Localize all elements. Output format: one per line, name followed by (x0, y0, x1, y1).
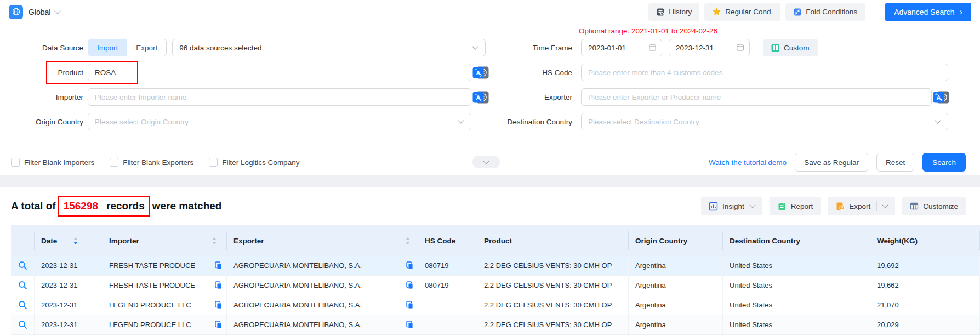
translate-icon[interactable]: A (472, 92, 484, 103)
chevron-right-icon: › (960, 8, 962, 16)
sort-desc-icon[interactable] (406, 242, 410, 244)
advanced-search-button[interactable]: Advanced Search › (885, 3, 971, 21)
chevron-down-icon[interactable] (55, 8, 61, 14)
table-row[interactable]: 2023-12-31 FRESH TASTE PRODUCE AGROPECUA… (11, 256, 980, 276)
custom-range-button[interactable]: Custom (763, 39, 818, 56)
cell-exporter[interactable]: AGROPECUARIA MONTELIBANO, S.A. (227, 315, 418, 334)
origin-country-select[interactable]: Please select Origin Country (88, 113, 471, 130)
product-input[interactable] (88, 64, 471, 81)
row-detail-search-icon[interactable] (18, 281, 27, 290)
calendar-icon[interactable] (648, 43, 657, 52)
row-detail-search-icon[interactable] (18, 261, 27, 270)
cell-hs-code: 080719 (418, 276, 477, 295)
exporter-name[interactable]: AGROPECUARIA MONTELIBANO, S.A. (233, 321, 362, 329)
cell-importer[interactable]: LEGEND PRODUCE LLC (102, 315, 227, 334)
sort-asc-icon[interactable] (212, 237, 216, 240)
sort-icons-exporter[interactable] (406, 237, 410, 244)
time-frame-label: Time Frame (488, 44, 581, 52)
hs-code-label: HS Code (488, 69, 581, 77)
data-sources-select[interactable]: 96 data sources selected (172, 39, 486, 56)
sort-asc-icon[interactable] (73, 237, 78, 240)
cell-origin: Argentina (629, 256, 723, 275)
sort-desc-icon[interactable] (73, 242, 78, 244)
importer-name[interactable]: LEGEND PRODUCE LLC (109, 321, 191, 329)
app-logo[interactable] (9, 5, 23, 19)
checkbox-icon[interactable] (11, 158, 20, 167)
chevron-down-icon[interactable] (882, 202, 888, 208)
cell-exporter[interactable]: AGROPECUARIA MONTELIBANO, S.A. (227, 295, 418, 315)
hs-code-input[interactable] (581, 64, 948, 81)
custom-grid-icon (771, 44, 779, 52)
cell-exporter[interactable]: AGROPECUARIA MONTELIBANO, S.A. (227, 276, 418, 295)
row-detail-search-icon[interactable] (18, 300, 27, 310)
sort-desc-icon[interactable] (212, 242, 216, 244)
importer-name[interactable]: FRESH TASTE PRODUCE (109, 261, 195, 270)
cell-importer[interactable]: FRESH TASTE PRODUCE (102, 256, 227, 275)
cell-weight: 20,029 (870, 315, 980, 334)
tutorial-demo-link[interactable]: Watch the tutorial demo (709, 158, 787, 167)
copy-icon[interactable] (406, 261, 413, 270)
copy-icon[interactable] (406, 321, 413, 329)
exporter-name[interactable]: AGROPECUARIA MONTELIBANO, S.A. (233, 301, 362, 309)
button-divider (876, 201, 877, 211)
copy-icon[interactable] (215, 321, 222, 329)
customize-button[interactable]: Customize (902, 197, 966, 215)
fold-conditions-button[interactable]: Fold Conditions (785, 3, 865, 21)
table-row[interactable]: 2023-12-31 LEGEND PRODUCE LLC AGROPECUAR… (11, 295, 980, 315)
table-row[interactable]: 2023-12-31 LEGEND PRODUCE LLC AGROPECUAR… (11, 315, 980, 335)
exporter-input[interactable] (581, 88, 932, 106)
copy-icon[interactable] (215, 281, 222, 289)
checkbox-icon[interactable] (209, 158, 218, 167)
collapse-conditions-button[interactable] (472, 156, 500, 168)
cell-weight: 19,662 (870, 276, 980, 295)
region-selector-label[interactable]: Global (29, 8, 50, 16)
export-button[interactable]: Export (828, 197, 895, 215)
filter-logistics-company-checkbox[interactable]: Filter Logitics Company (209, 158, 299, 167)
sort-asc-icon[interactable] (406, 237, 410, 240)
header-product: Product (477, 231, 629, 250)
chevron-down-icon (935, 117, 941, 123)
importer-input[interactable] (88, 88, 471, 106)
chevron-down-icon (458, 117, 464, 123)
checkbox-icon[interactable] (110, 158, 118, 167)
copy-icon[interactable] (215, 261, 222, 270)
row-detail-search-icon[interactable] (18, 320, 27, 329)
report-icon (777, 202, 787, 211)
header-exporter[interactable]: Exporter (227, 231, 418, 250)
copy-icon[interactable] (406, 281, 413, 289)
table-row[interactable]: 2023-12-31 FRESH TASTE PRODUCE AGROPECUA… (11, 276, 980, 295)
sort-icons-importer[interactable] (212, 237, 216, 244)
save-as-regular-button[interactable]: Save as Regular (795, 153, 868, 172)
insight-button[interactable]: Insight (701, 197, 762, 215)
header-date[interactable]: Date (35, 231, 102, 250)
cell-importer[interactable]: LEGEND PRODUCE LLC (102, 295, 227, 315)
header-importer[interactable]: Importer (102, 231, 227, 250)
copy-icon[interactable] (215, 301, 222, 309)
cell-hs-code: 080719 (418, 256, 477, 275)
report-button[interactable]: Report (770, 197, 821, 215)
destination-country-select[interactable]: Please select Destination Country (581, 113, 948, 130)
cell-importer[interactable]: FRESH TASTE PRODUCE (102, 276, 227, 295)
export-tab[interactable]: Export (127, 39, 166, 56)
cell-date: 2023-12-31 (35, 276, 102, 295)
regular-conditions-button[interactable]: Regular Cond. (704, 3, 780, 21)
search-button[interactable]: Search (922, 153, 966, 172)
importer-name[interactable]: LEGEND PRODUCE LLC (109, 301, 191, 309)
insight-icon (709, 202, 718, 211)
history-button[interactable]: History (648, 3, 699, 21)
exporter-name[interactable]: AGROPECUARIA MONTELIBANO, S.A. (233, 261, 362, 270)
cell-exporter[interactable]: AGROPECUARIA MONTELIBANO, S.A. (227, 256, 418, 275)
calendar-icon[interactable] (736, 43, 744, 52)
filter-logistics-company-label: Filter Logitics Company (222, 158, 299, 167)
exporter-name[interactable]: AGROPECUARIA MONTELIBANO, S.A. (233, 281, 362, 289)
translate-icon[interactable]: A (472, 67, 484, 78)
importer-name[interactable]: FRESH TASTE PRODUCE (109, 281, 195, 289)
translate-icon[interactable]: A (933, 92, 944, 103)
copy-icon[interactable] (406, 301, 413, 309)
sort-icons-date[interactable] (73, 237, 78, 244)
filter-blank-exporters-checkbox[interactable]: Filter Blank Exporters (110, 158, 193, 167)
import-tab[interactable]: Import (88, 39, 127, 56)
reset-button[interactable]: Reset (876, 153, 914, 172)
cell-product: 2.2 DEG CELSIUS VENTS: 30 CMH OP (477, 295, 629, 315)
filter-blank-importers-checkbox[interactable]: Filter Blank Importers (11, 158, 94, 167)
